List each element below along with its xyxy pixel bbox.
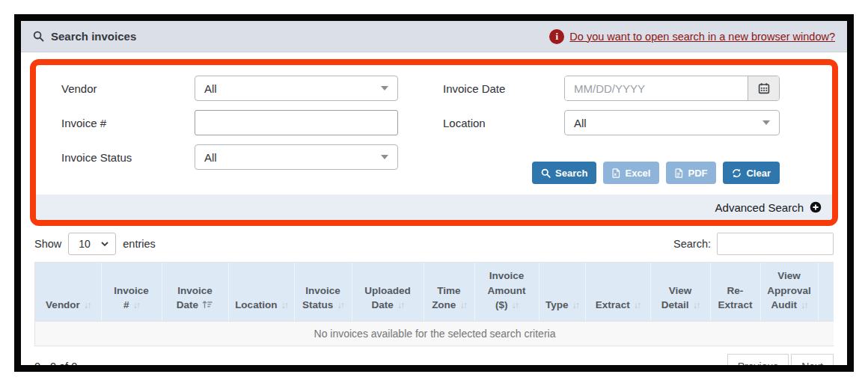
vendor-select-value: All <box>204 82 217 95</box>
vendor-label: Vendor <box>61 82 195 95</box>
invoice-status-select[interactable]: All <box>195 144 398 170</box>
column-header-view-approval-audit[interactable]: View Approval Audit↓↑ <box>760 263 818 322</box>
invoice-status-field: Invoice Status All <box>61 144 398 170</box>
sort-both-icon: ↓↑ <box>634 300 641 310</box>
sort-both-icon: ↓↑ <box>572 300 579 310</box>
column-header-invoice-status[interactable]: Invoice Status↓↑ <box>294 263 352 322</box>
column-header-label: Invoice Status <box>302 285 340 311</box>
invoice-number-input[interactable] <box>195 110 398 135</box>
sort-both-icon: ↓↑ <box>337 300 343 310</box>
column-header-invoice-amount[interactable]: Invoice Amount ($)↓↑ <box>474 263 539 322</box>
invoice-date-label: Invoice Date <box>443 82 564 95</box>
caret-down-icon <box>381 155 388 159</box>
search-button-label: Search <box>555 168 587 179</box>
show-label: Show <box>34 238 61 250</box>
invoice-number-field: Invoice # <box>61 110 398 135</box>
column-header-label: Invoice Amount ($) <box>488 270 526 310</box>
column-header-invoice-date[interactable]: Invoice Date <box>162 263 228 322</box>
sort-both-icon: ↓↑ <box>133 300 140 310</box>
column-header-time-zone[interactable]: Time Zone↓↑ <box>424 263 474 322</box>
search-form: Vendor All Invoice # Invoice Status A <box>36 65 832 184</box>
advanced-search-row: Advanced Search <box>36 194 832 220</box>
form-column-right: Invoice Date <box>443 76 780 184</box>
sort-asc-icon-wrap <box>202 299 213 310</box>
table-controls-row: Show 10 entries Search: <box>34 233 834 255</box>
column-header-extract[interactable]: Extract↓↑ <box>585 263 650 322</box>
invoice-table: Vendor↓↑Invoice #↓↑Invoice DateLocation↓… <box>35 262 834 346</box>
search-form-highlight-box: Vendor All Invoice # Invoice Status A <box>30 59 838 226</box>
next-page-button[interactable]: Next <box>791 354 834 372</box>
pdf-button-label: PDF <box>688 168 707 179</box>
form-buttons-row: Search Excel <box>443 162 780 184</box>
sort-both-icon: ↓↑ <box>281 300 287 310</box>
search-icon <box>33 31 44 42</box>
refresh-icon <box>732 168 742 178</box>
table-search-label: Search: <box>673 238 711 250</box>
open-new-window-link[interactable]: Do you want to open search in a new brow… <box>569 31 835 43</box>
column-header-vendor[interactable]: Vendor↓↑ <box>35 263 101 322</box>
column-header-label: Extract <box>596 299 630 310</box>
column-header-location[interactable]: Location↓↑ <box>228 263 294 322</box>
sort-both-icon: ↓↑ <box>397 300 404 310</box>
sort-both-icon: ↓↑ <box>693 300 700 310</box>
location-field: Location All <box>443 110 780 135</box>
column-header-do[interactable]: Do <box>818 263 834 322</box>
entries-label: entries <box>123 238 156 250</box>
location-label: Location <box>443 117 564 129</box>
invoice-table-wrap: Vendor↓↑Invoice #↓↑Invoice DateLocation↓… <box>34 262 834 346</box>
location-select[interactable]: All <box>564 110 780 135</box>
column-header-view-detail[interactable]: View Detail↓↑ <box>650 263 710 322</box>
empty-row: No invoices available for the selected s… <box>35 321 834 346</box>
table-search-group: Search: <box>673 233 834 255</box>
column-header-label: Invoice # <box>114 285 149 311</box>
pagination: Previous Next <box>727 354 834 372</box>
table-search-input[interactable] <box>717 233 834 255</box>
previous-page-button[interactable]: Previous <box>727 354 789 372</box>
invoice-date-input[interactable] <box>565 76 748 100</box>
page-size-value: 10 <box>79 238 91 250</box>
form-column-left: Vendor All Invoice # Invoice Status A <box>61 76 398 184</box>
table-footer-row: 0 - 0 of 0 Previous Next <box>34 354 834 372</box>
pdf-export-button[interactable]: PDF <box>666 162 716 184</box>
column-header-label: View Detail <box>661 285 691 311</box>
column-header-re-extract[interactable]: Re-Extract <box>710 263 760 322</box>
column-header-label: Type <box>545 299 569 310</box>
sort-both-icon: ↓↑ <box>512 300 519 310</box>
search-button[interactable]: Search <box>532 162 596 184</box>
invoice-status-select-value: All <box>204 151 217 164</box>
chevron-down-icon <box>101 242 109 246</box>
column-header-uploaded-date[interactable]: Uploaded Date↓↑ <box>352 263 424 322</box>
excel-export-button[interactable]: Excel <box>603 162 659 184</box>
sort-both-icon: ↓↑ <box>84 300 91 310</box>
search-icon <box>541 168 551 178</box>
vendor-field: Vendor All <box>61 76 398 101</box>
plus-circle-icon[interactable] <box>810 201 822 213</box>
invoice-table-head-row: Vendor↓↑Invoice #↓↑Invoice DateLocation↓… <box>35 263 834 322</box>
panel-title-group: Search invoices <box>33 30 136 43</box>
invoice-date-field: Invoice Date <box>443 76 780 101</box>
column-header-label: Uploaded Date <box>364 285 411 311</box>
column-header-type[interactable]: Type↓↑ <box>539 263 585 322</box>
invoice-date-group <box>564 76 780 101</box>
caret-down-icon <box>762 120 770 125</box>
advanced-search-link[interactable]: Advanced Search <box>715 201 804 214</box>
vendor-select[interactable]: All <box>195 76 398 101</box>
invoice-status-label: Invoice Status <box>61 151 195 164</box>
page-size-select[interactable]: 10 <box>68 233 116 255</box>
pdf-file-icon <box>675 168 683 178</box>
empty-message: No invoices available for the selected s… <box>35 321 834 346</box>
calendar-button[interactable] <box>748 76 779 100</box>
clear-button-label: Clear <box>746 168 771 179</box>
sort-asc-icon <box>202 300 213 309</box>
column-header-invoice[interactable]: Invoice #↓↑ <box>101 263 162 322</box>
excel-button-label: Excel <box>625 168 650 179</box>
header-link-group: i Do you want to open search in a new br… <box>549 29 835 44</box>
column-header-label: Vendor <box>46 299 80 310</box>
panel-body: Vendor All Invoice # Invoice Status A <box>21 52 847 372</box>
clear-button[interactable]: Clear <box>723 162 780 184</box>
panel-header: Search invoices i Do you want to open se… <box>21 21 847 52</box>
column-header-label: Time Zone <box>432 285 461 311</box>
excel-file-icon <box>612 168 620 178</box>
column-header-label: Re-Extract <box>718 285 753 311</box>
app-window: Search invoices i Do you want to open se… <box>14 14 854 372</box>
